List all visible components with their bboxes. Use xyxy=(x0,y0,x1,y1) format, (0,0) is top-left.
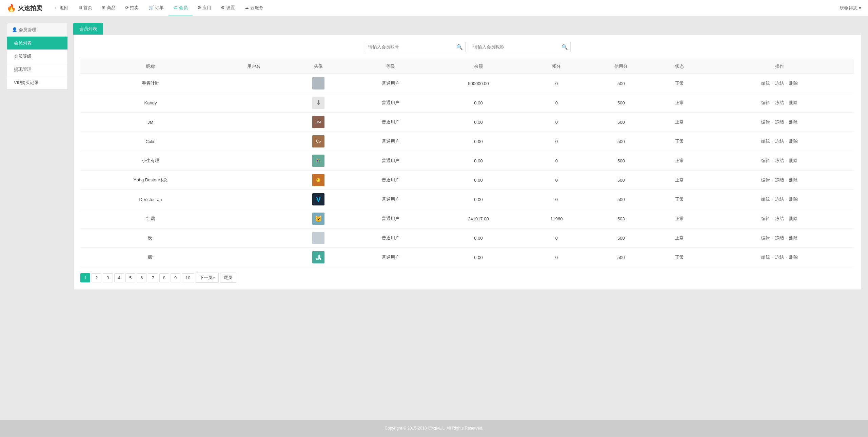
action-edit[interactable]: 编辑 xyxy=(761,235,770,240)
cell-username xyxy=(221,93,287,113)
cell-points: 0 xyxy=(525,229,588,248)
nav-cloud[interactable]: ☁ 云服务 xyxy=(240,0,268,16)
tab-member-list[interactable]: 会员列表 xyxy=(73,23,103,35)
action-delete[interactable]: 删除 xyxy=(789,177,798,182)
col-level: 等级 xyxy=(350,59,432,74)
action-delete[interactable]: 删除 xyxy=(789,81,798,86)
action-delete[interactable]: 删除 xyxy=(789,235,798,240)
action-delete[interactable]: 删除 xyxy=(789,216,798,221)
nav-apps[interactable]: ⚙ 应用 xyxy=(193,0,216,16)
cell-actions: 编辑 · 冻结 · 删除 xyxy=(705,132,854,151)
action-delete[interactable]: 删除 xyxy=(789,100,798,105)
cell-actions: 编辑 · 冻结 · 删除 xyxy=(705,74,854,93)
cell-balance: 0.00 xyxy=(432,229,525,248)
cell-username xyxy=(221,209,287,229)
action-delete[interactable]: 删除 xyxy=(789,119,798,124)
cell-points: 0 xyxy=(525,190,588,209)
sidebar-item-withdraw[interactable]: 提现管理 xyxy=(7,63,67,76)
cell-nickname: 小生有理 xyxy=(80,151,221,171)
cell-status: 正常 xyxy=(654,132,705,151)
nav-home[interactable]: 🖥 首页 xyxy=(73,0,97,16)
action-delete[interactable]: 删除 xyxy=(789,158,798,163)
cell-points: 11960 xyxy=(525,209,588,229)
action-delete[interactable]: 删除 xyxy=(789,197,798,202)
action-freeze[interactable]: 冻结 xyxy=(775,100,784,105)
sidebar-item-member-level[interactable]: 会员等级 xyxy=(7,50,67,63)
page-button[interactable]: 3 xyxy=(103,273,113,282)
action-edit[interactable]: 编辑 xyxy=(761,119,770,124)
nav-goods[interactable]: ⊞ 商品 xyxy=(97,0,120,16)
cell-actions: 编辑 · 冻结 · 删除 xyxy=(705,151,854,171)
cell-nickname: Ybhg.Boston林总 xyxy=(80,171,221,190)
action-freeze[interactable]: 冻结 xyxy=(775,235,784,240)
action-edit[interactable]: 编辑 xyxy=(761,158,770,163)
action-edit[interactable]: 编辑 xyxy=(761,139,770,144)
action-edit[interactable]: 编辑 xyxy=(761,100,770,105)
cell-credit: 500 xyxy=(588,190,654,209)
table-row: Colin Co 普通用户 0.00 0 500 正常 编辑 · 冻结 · 删除 xyxy=(80,132,854,151)
cell-username xyxy=(221,132,287,151)
nickname-search-wrap: 🔍 xyxy=(469,42,571,52)
cell-actions: 编辑 · 冻结 · 删除 xyxy=(705,229,854,248)
page-button[interactable]: 6 xyxy=(137,273,146,282)
cell-credit: 500 xyxy=(588,93,654,113)
cell-credit: 500 xyxy=(588,248,654,267)
cell-nickname: 吞吞吐吐 xyxy=(80,74,221,93)
action-freeze[interactable]: 冻结 xyxy=(775,119,784,124)
page-button[interactable]: 4 xyxy=(114,273,124,282)
page-button[interactable]: 尾页 xyxy=(220,273,236,283)
action-freeze[interactable]: 冻结 xyxy=(775,158,784,163)
page-button[interactable]: 1 xyxy=(80,273,90,282)
col-username: 用户名 xyxy=(221,59,287,74)
action-freeze[interactable]: 冻结 xyxy=(775,139,784,144)
sidebar-item-vip-record[interactable]: VIP购买记录 xyxy=(7,76,67,90)
nickname-search-input[interactable] xyxy=(469,42,571,52)
account-search-input[interactable] xyxy=(364,42,466,52)
store-dropdown[interactable]: 玩物得志 ▾ xyxy=(840,5,861,11)
cell-level: 普通用户 xyxy=(350,190,432,209)
cell-nickname: D.VictorTan xyxy=(80,190,221,209)
cell-avatar xyxy=(287,229,350,248)
action-freeze[interactable]: 冻结 xyxy=(775,81,784,86)
nav-settings[interactable]: ⚙ 设置 xyxy=(216,0,240,16)
action-delete[interactable]: 删除 xyxy=(789,139,798,144)
page-button[interactable]: 2 xyxy=(92,273,101,282)
page-button[interactable]: 10 xyxy=(182,273,194,282)
nav-back[interactable]: ← 返回 xyxy=(49,0,73,16)
action-delete[interactable]: 删除 xyxy=(789,255,798,260)
search-bar: 🔍 🔍 xyxy=(80,42,854,52)
page-button[interactable]: 9 xyxy=(171,273,180,282)
nav-orders[interactable]: 🛒 订单 xyxy=(144,0,169,16)
sidebar-menu: 会员列表 会员等级 提现管理 VIP购买记录 xyxy=(7,37,68,90)
cell-level: 普通用户 xyxy=(350,113,432,132)
page-button[interactable]: 下一页» xyxy=(196,273,219,283)
account-search-button[interactable]: 🔍 xyxy=(456,44,463,50)
action-edit[interactable]: 编辑 xyxy=(761,177,770,182)
action-freeze[interactable]: 冻结 xyxy=(775,197,784,202)
page-button[interactable]: 5 xyxy=(125,273,135,282)
cell-avatar: V xyxy=(287,190,350,209)
cell-credit: 500 xyxy=(588,171,654,190)
nav-items: ← 返回 🖥 首页 ⊞ 商品 ⟳ 拍卖 🛒 订单 🏷 会员 ⚙ 应用 ⚙ 设置 … xyxy=(49,0,840,16)
nickname-search-button[interactable]: 🔍 xyxy=(561,44,568,50)
action-edit[interactable]: 编辑 xyxy=(761,216,770,221)
action-freeze[interactable]: 冻结 xyxy=(775,177,784,182)
cell-balance: 500000.00 xyxy=(432,74,525,93)
action-edit[interactable]: 编辑 xyxy=(761,81,770,86)
table-row: 欢، 普通用户 0.00 0 500 正常 编辑 · 冻结 · 删除 xyxy=(80,229,854,248)
action-freeze[interactable]: 冻结 xyxy=(775,255,784,260)
cell-actions: 编辑 · 冻结 · 删除 xyxy=(705,209,854,229)
page-button[interactable]: 8 xyxy=(159,273,169,282)
action-edit[interactable]: 编辑 xyxy=(761,255,770,260)
action-freeze[interactable]: 冻结 xyxy=(775,216,784,221)
cell-nickname: 颜' xyxy=(80,248,221,267)
cell-points: 0 xyxy=(525,113,588,132)
nav-member[interactable]: 🏷 会员 xyxy=(169,0,193,16)
cell-level: 普通用户 xyxy=(350,248,432,267)
cell-credit: 500 xyxy=(588,229,654,248)
sidebar-item-member-list[interactable]: 会员列表 xyxy=(7,37,67,50)
col-action: 操作 xyxy=(705,59,854,74)
nav-auction[interactable]: ⟳ 拍卖 xyxy=(120,0,144,16)
action-edit[interactable]: 编辑 xyxy=(761,197,770,202)
page-button[interactable]: 7 xyxy=(148,273,158,282)
